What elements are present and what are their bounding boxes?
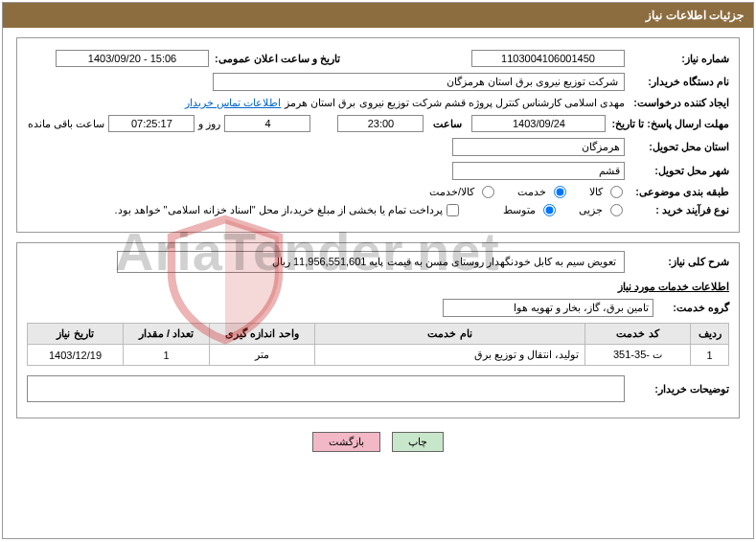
cat-both-label: کالا/خدمت <box>429 186 474 198</box>
cat-both-radio[interactable] <box>482 186 494 198</box>
buyer-org-value: شرکت توزیع نیروی برق استان هرمزگان <box>213 73 625 91</box>
remaining-suffix: ساعت باقی مانده <box>28 118 104 130</box>
panel-header: جزئیات اطلاعات نیاز <box>3 3 753 28</box>
buyer-comment-box <box>27 375 625 402</box>
overall-desc-box: تعویض سیم به کابل خودنگهدار روستای مسن ب… <box>117 251 625 273</box>
th-qty: تعداد / مقدار <box>124 324 210 345</box>
th-date: تاریخ نیاز <box>28 324 124 345</box>
td-unit: متر <box>210 345 315 366</box>
overall-label: شرح کلی نیاز: <box>629 256 729 268</box>
cat-goods-label: کالا <box>589 186 603 198</box>
td-idx: 1 <box>691 345 729 366</box>
time-label: ساعت <box>427 118 468 130</box>
contact-link[interactable]: اطلاعات تماس خریدار <box>185 97 281 109</box>
buy-partial-label: جزیی <box>579 204 603 216</box>
cat-service-label: خدمت <box>517 186 546 198</box>
province-value: هرمزگان <box>452 138 625 156</box>
cat-service-radio[interactable] <box>554 186 566 198</box>
announce-value: 1403/09/20 - 15:06 <box>56 50 209 67</box>
td-name: تولید، انتقال و توزیع برق <box>315 345 585 366</box>
back-button[interactable]: بازگشت <box>312 432 380 452</box>
requester-label: ایجاد کننده درخواست: <box>629 97 729 109</box>
button-row: چاپ بازگشت <box>16 432 740 452</box>
td-code: ت -35-351 <box>585 345 691 366</box>
province-label: استان محل تحویل: <box>629 141 729 153</box>
deadline-label: مهلت ارسال پاسخ: تا تاریخ: <box>609 118 729 130</box>
buy-partial-radio[interactable] <box>610 204 623 216</box>
remaining-time-value: 07:25:17 <box>108 115 195 132</box>
table-row: 1 ت -35-351 تولید، انتقال و توزیع برق مت… <box>28 345 729 366</box>
buyer-org-label: نام دستگاه خریدار: <box>629 76 729 88</box>
need-no-value: 1103004106001450 <box>471 50 625 67</box>
days-value: 4 <box>224 115 310 132</box>
td-date: 1403/12/19 <box>28 345 124 366</box>
need-no-label: شماره نیاز: <box>629 53 729 65</box>
services-table: ردیف کد خدمت نام خدمت واحد اندازه گیری ت… <box>27 323 729 366</box>
announce-label: تاریخ و ساعت اعلان عمومی: <box>213 53 340 65</box>
table-header-row: ردیف کد خدمت نام خدمت واحد اندازه گیری ت… <box>28 324 729 345</box>
city-label: شهر محل تحویل: <box>629 165 729 177</box>
buy-medium-radio[interactable] <box>543 204 556 216</box>
payment-checkbox[interactable] <box>447 204 459 216</box>
th-name: نام خدمت <box>315 324 585 345</box>
service-group-label: گروه خدمت: <box>657 302 729 314</box>
th-code: کد خدمت <box>585 324 691 345</box>
deadline-time-value: 23:00 <box>337 115 424 132</box>
buy-medium-label: متوسط <box>503 204 536 216</box>
days-suffix: روز و <box>198 118 220 130</box>
services-section-title: اطلاعات خدمات مورد نیاز <box>27 281 729 293</box>
buyer-comment-label: توضیحات خریدار: <box>629 383 729 395</box>
overall-desc-text: تعویض سیم به کابل خودنگهدار روستای مسن ب… <box>272 256 616 267</box>
panel-title: جزئیات اطلاعات نیاز <box>646 9 744 22</box>
buy-type-label: نوع فرآیند خرید : <box>629 204 729 216</box>
city-value: قشم <box>452 162 625 180</box>
cat-goods-radio[interactable] <box>610 186 623 198</box>
category-label: طبقه بندی موضوعی: <box>629 186 729 198</box>
th-unit: واحد اندازه گیری <box>210 324 315 345</box>
payment-note: پرداخت تمام یا بخشی از مبلغ خرید،از محل … <box>114 204 443 216</box>
info-fieldset: شماره نیاز: 1103004106001450 تاریخ و ساع… <box>16 37 740 233</box>
print-button[interactable]: چاپ <box>392 432 444 452</box>
td-qty: 1 <box>124 345 210 366</box>
deadline-date-value: 1403/09/24 <box>471 115 606 132</box>
detail-fieldset: شرح کلی نیاز: تعویض سیم به کابل خودنگهدا… <box>16 242 740 418</box>
th-row: ردیف <box>691 324 729 345</box>
requester-value: مهدی اسلامی کارشناس کنترل پروژه قشم شرکت… <box>285 97 625 109</box>
service-group-value: تامین برق، گاز، بخار و تهویه هوا <box>443 299 653 317</box>
